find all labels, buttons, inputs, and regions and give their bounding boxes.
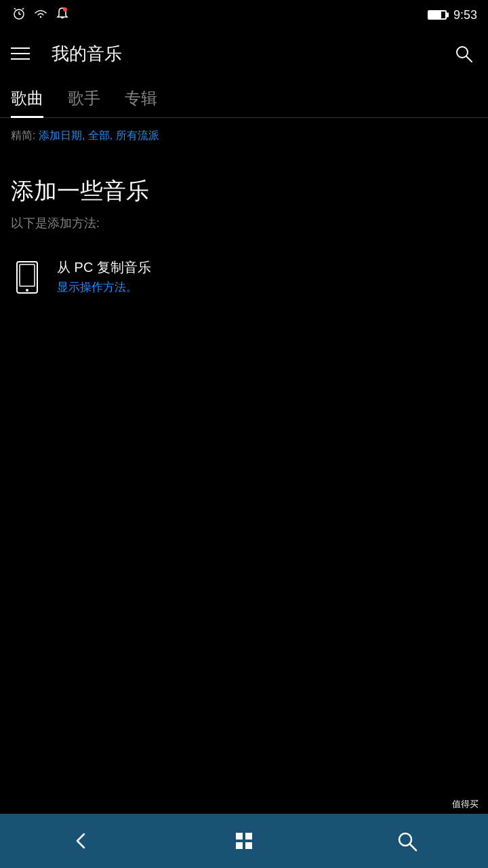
app-header: 我的音乐 (0, 30, 488, 77)
copy-item-link[interactable]: 显示操作方法。 (57, 279, 151, 295)
hamburger-line-1 (11, 47, 30, 49)
tab-albums[interactable]: 专辑 (125, 82, 168, 117)
svg-line-4 (22, 8, 24, 9)
app-title: 我的音乐 (52, 42, 436, 66)
notification-icon (54, 5, 70, 22)
home-button[interactable] (163, 814, 325, 868)
empty-state-subtitle: 以下是添加方法: (11, 215, 477, 231)
filter-label: 精简: (11, 130, 35, 141)
menu-button[interactable] (11, 40, 38, 67)
main-content: 添加一些音乐 以下是添加方法: 从 PC 复制音乐 显示操作方法。 (0, 149, 488, 310)
wifi-icon (33, 5, 49, 22)
filter-row: 精简: 添加日期, 全部, 所有流派 (0, 118, 488, 149)
alarm-icon (11, 5, 27, 22)
status-bar: 9:53 (0, 0, 488, 30)
svg-rect-14 (245, 842, 252, 849)
svg-rect-9 (20, 264, 35, 286)
status-right: 9:53 (428, 8, 477, 22)
search-button[interactable] (325, 814, 488, 868)
svg-line-7 (466, 56, 472, 62)
empty-state-title: 添加一些音乐 (11, 176, 477, 207)
svg-rect-12 (245, 833, 252, 840)
copy-item-text: 从 PC 复制音乐 显示操作方法。 (57, 258, 151, 295)
time-display: 9:53 (453, 8, 477, 22)
svg-rect-11 (236, 833, 243, 840)
filter-links[interactable]: 添加日期, 全部, 所有流派 (39, 130, 159, 141)
header-search-button[interactable] (450, 40, 477, 67)
tab-artists[interactable]: 歌手 (68, 82, 111, 117)
svg-line-3 (14, 8, 16, 9)
pc-device-icon (11, 258, 43, 296)
svg-point-10 (26, 289, 28, 292)
back-button[interactable] (0, 814, 163, 868)
svg-point-5 (63, 7, 67, 12)
svg-rect-13 (236, 842, 243, 849)
tabs-bar: 歌曲 歌手 专辑 (0, 77, 488, 118)
status-icons-left (11, 5, 70, 22)
bottom-navigation-bar (0, 814, 488, 868)
copy-item-title: 从 PC 复制音乐 (57, 258, 151, 277)
hamburger-line-2 (11, 53, 30, 54)
watermark-badge: 值得买 (448, 796, 483, 812)
copy-from-pc-item: 从 PC 复制音乐 显示操作方法。 (11, 258, 477, 296)
hamburger-line-3 (11, 58, 30, 60)
svg-line-16 (410, 844, 416, 850)
tab-songs[interactable]: 歌曲 (11, 82, 54, 117)
battery-icon (428, 10, 447, 20)
